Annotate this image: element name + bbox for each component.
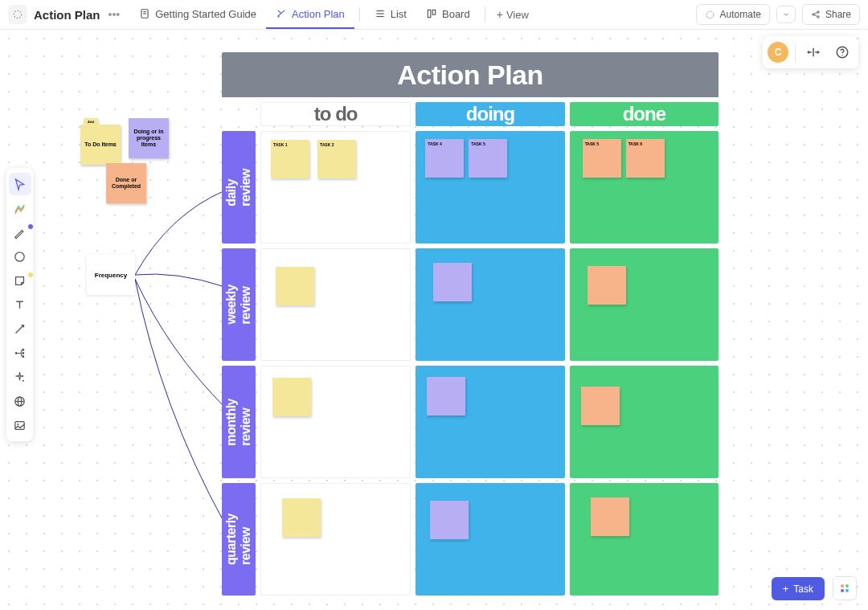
- automate-button[interactable]: Automate: [696, 4, 770, 25]
- board-cell-doing[interactable]: [416, 366, 564, 478]
- tab-board[interactable]: Board: [416, 0, 480, 29]
- board-cell-doing[interactable]: [416, 248, 564, 361]
- task-sticky[interactable]: [282, 498, 321, 537]
- divider: [795, 43, 796, 61]
- svg-point-20: [22, 355, 24, 358]
- row-label: weekly review: [222, 248, 256, 361]
- add-view-button[interactable]: + View: [490, 8, 535, 21]
- board-cell-todo[interactable]: [260, 483, 411, 596]
- color-dot: [28, 272, 33, 277]
- doc-icon: [139, 8, 150, 19]
- board-row: monthly review: [222, 366, 719, 478]
- board-cell-doing[interactable]: TASK 4TASK 5: [416, 131, 564, 244]
- list-icon: [375, 8, 386, 19]
- legend-doing-note[interactable]: Doing or In progress Items: [129, 118, 169, 158]
- svg-rect-8: [428, 10, 431, 17]
- col-header-done: done: [570, 102, 719, 126]
- task-sticky[interactable]: [272, 378, 311, 416]
- pen-tool[interactable]: [9, 221, 31, 244]
- svg-point-21: [23, 379, 24, 381]
- tab-action-plan[interactable]: Action Plan: [266, 0, 354, 29]
- chevron-down-icon: [782, 10, 790, 18]
- plus-icon: +: [783, 583, 789, 595]
- board-cell-done[interactable]: [570, 366, 719, 478]
- more-icon[interactable]: •••: [108, 8, 121, 21]
- help-button[interactable]: [831, 41, 854, 63]
- web-tool[interactable]: [9, 390, 31, 412]
- svg-point-19: [22, 352, 24, 354]
- svg-point-16: [15, 252, 24, 260]
- board-columns-header: to do doing done: [222, 102, 719, 126]
- tab-list[interactable]: List: [365, 0, 416, 29]
- svg-line-15: [814, 15, 817, 17]
- mindmap-tool[interactable]: [9, 342, 31, 364]
- svg-point-0: [14, 10, 21, 18]
- header-bar: Action Plan ••• Getting Started Guide Ac…: [0, 0, 868, 30]
- image-tool[interactable]: [9, 414, 31, 436]
- board-title: Action Plan: [397, 59, 543, 91]
- board-cell-done[interactable]: [570, 483, 719, 596]
- task-sticky[interactable]: TASK 4: [425, 139, 464, 178]
- text-tool[interactable]: [9, 293, 31, 316]
- select-tool[interactable]: [9, 173, 31, 195]
- automate-dropdown[interactable]: [776, 6, 796, 23]
- create-task-button[interactable]: + Task: [772, 577, 825, 600]
- share-button[interactable]: Share: [802, 4, 860, 25]
- board-cell-todo[interactable]: [260, 248, 411, 361]
- spark-icon: [705, 10, 715, 20]
- svg-point-18: [22, 348, 24, 350]
- svg-point-17: [15, 352, 18, 354]
- task-sticky[interactable]: TASK 6: [626, 139, 665, 178]
- task-sticky[interactable]: [588, 266, 626, 305]
- task-sticky[interactable]: [276, 267, 314, 305]
- task-sticky[interactable]: TASK 2: [317, 140, 356, 178]
- action-plan-board[interactable]: Action Plan to do doing done daily revie…: [222, 52, 719, 596]
- task-sticky[interactable]: TASK 5: [583, 139, 621, 178]
- frequency-node[interactable]: Frequency: [87, 255, 135, 295]
- shapes-tool[interactable]: [9, 197, 31, 219]
- svg-rect-9: [432, 10, 436, 14]
- svg-rect-31: [841, 589, 844, 592]
- space-logo[interactable]: [8, 5, 27, 24]
- board-row: daily reviewTASK 1TASK 2TASK 4TASK 5TASK…: [222, 131, 719, 244]
- task-sticky[interactable]: TASK 1: [271, 140, 309, 178]
- board-cell-done[interactable]: TASK 5TASK 6: [570, 131, 719, 244]
- share-icon: [811, 10, 821, 19]
- task-sticky[interactable]: TASK 5: [469, 139, 507, 178]
- board-cell-done[interactable]: [570, 248, 719, 361]
- tab-getting-started[interactable]: Getting Started Guide: [129, 0, 266, 29]
- apps-button[interactable]: [833, 576, 857, 600]
- svg-rect-30: [845, 584, 849, 587]
- task-sticky[interactable]: [430, 501, 469, 539]
- svg-point-4: [277, 15, 279, 17]
- whiteboard-icon: [276, 8, 287, 19]
- svg-point-28: [841, 55, 843, 56]
- task-sticky[interactable]: [433, 263, 472, 301]
- board-cell-todo[interactable]: [260, 366, 411, 478]
- whiteboard-canvas[interactable]: Add here To Do Items Doing or In progres…: [0, 30, 868, 610]
- task-sticky[interactable]: [427, 377, 465, 416]
- svg-point-26: [17, 424, 18, 425]
- task-sticky[interactable]: [591, 497, 629, 536]
- board-icon: [426, 8, 437, 19]
- board-cell-doing[interactable]: [416, 483, 564, 596]
- board-cell-todo[interactable]: TASK 1TASK 2: [260, 131, 411, 244]
- svg-line-14: [814, 13, 817, 14]
- row-label: daily review: [222, 131, 256, 244]
- sticky-tool[interactable]: [9, 269, 31, 292]
- task-sticky[interactable]: [581, 387, 620, 425]
- user-avatar[interactable]: C: [768, 42, 788, 63]
- connector-tool[interactable]: [9, 317, 31, 340]
- legend-todo-note[interactable]: To Do Items: [80, 125, 121, 165]
- ai-tool[interactable]: [9, 366, 31, 388]
- col-header-todo: to do: [260, 102, 411, 126]
- legend-done-note[interactable]: Done or Completed: [106, 163, 146, 203]
- canvas-controls: C: [763, 36, 858, 68]
- grid-icon: [839, 583, 850, 594]
- page-title: Action Plan: [34, 8, 100, 22]
- row-label: quarterly review: [222, 483, 256, 596]
- board-row: weekly review: [222, 248, 719, 361]
- fit-width-button[interactable]: [802, 41, 825, 63]
- divider: [485, 7, 485, 22]
- circle-tool[interactable]: [9, 245, 31, 268]
